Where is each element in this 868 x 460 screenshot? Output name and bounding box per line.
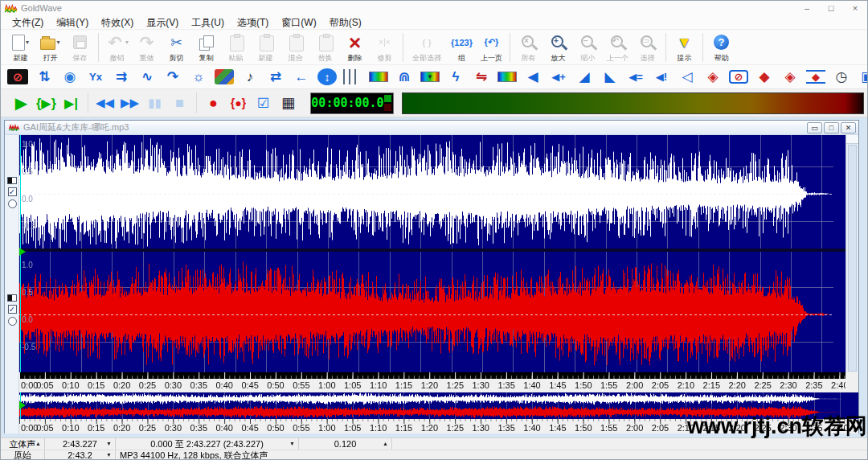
volume-icon[interactable]: ◀+ (549, 68, 568, 87)
stop-button[interactable]: ■ (167, 92, 192, 114)
document-close-button[interactable]: ✕ (841, 122, 856, 133)
undo-dropdown-icon[interactable]: ▾ (125, 39, 129, 46)
monitor-disable-icon[interactable]: ⊘ (7, 69, 28, 84)
parametric-eq-icon[interactable] (497, 72, 517, 82)
help-button[interactable]: ?帮助 (706, 31, 736, 64)
record-selection-button[interactable]: {●} (226, 92, 251, 114)
noise-reduction-icon[interactable]: ▾ (420, 72, 440, 82)
pause-button[interactable]: ▮▮ (142, 92, 167, 114)
overview-marker-icon[interactable] (19, 401, 26, 409)
expander-icon[interactable]: ⇅ (35, 68, 54, 87)
right-channel-checkbox[interactable]: ✓ (8, 305, 17, 314)
left-channel-canvas[interactable] (19, 135, 833, 248)
shape-volume-icon[interactable]: ↕ (317, 68, 337, 85)
right-channel-canvas[interactable] (19, 252, 833, 372)
close-button[interactable]: × (843, 1, 867, 15)
record-device-icon[interactable]: ◈ (780, 68, 800, 87)
previous-page-button[interactable]: {↶}上一页 (477, 31, 506, 64)
vertical-scrollbar[interactable] (845, 135, 858, 372)
play-all-button[interactable]: ▶| (59, 92, 84, 114)
fade-in-icon[interactable]: ◢ (575, 68, 594, 87)
scrollbar-thumb[interactable] (848, 145, 857, 372)
pan-icon[interactable]: ◈ (703, 68, 723, 87)
selection-cell[interactable]: 0.000 至 2:43.227 (2:43.227) ▼ (116, 438, 299, 450)
match-volume-icon[interactable]: ◀= (626, 68, 645, 87)
pitch-icon[interactable]: ♪ (240, 68, 260, 87)
maximize-button[interactable]: □ (819, 1, 843, 15)
menu-item-6[interactable]: 窗口(W) (275, 15, 322, 30)
right-channel-view-icon[interactable] (7, 294, 17, 302)
fast-forward-button[interactable]: ▶▶ (117, 92, 142, 114)
play-button[interactable]: ▶ (9, 92, 34, 114)
delete-button[interactable]: ×删除 (340, 31, 370, 64)
document-restore-button[interactable]: □ (824, 122, 839, 133)
dynamics-icon[interactable]: Υx (86, 68, 105, 87)
menu-item-5[interactable]: 选项(T) (231, 15, 275, 30)
tip-button[interactable]: ▼提示 (669, 31, 699, 64)
timeline-label-1-45: 1:45 (549, 423, 566, 433)
channel-mode-cell[interactable]: 立体声 ▲ (1, 438, 45, 450)
playback-marker-icon[interactable] (19, 248, 26, 256)
shape-volume2-icon[interactable]: ◁ (678, 68, 697, 87)
smoother-icon[interactable]: ⇋ (472, 68, 491, 87)
original-length-cell[interactable]: 2:43.2 ▼ (45, 450, 116, 460)
left-channel-checkbox[interactable]: ✓ (8, 187, 17, 196)
zoom-in-button[interactable]: +放大 (543, 31, 573, 64)
menu-item-3[interactable]: 显示(V) (140, 15, 185, 30)
original-length-dropdown-icon[interactable]: ▼ (106, 452, 112, 458)
record-button[interactable]: ● (201, 92, 226, 114)
doppler-icon[interactable]: ◉ (60, 68, 80, 87)
document-title-bar[interactable]: GAI周延&大库库-哪吒.mp3 ▭ □ ✕ (5, 121, 858, 135)
echo-icon[interactable]: ⇉ (112, 68, 131, 87)
playback-device-icon[interactable]: ◆ (755, 68, 774, 87)
set-button[interactable]: {123}组 (447, 31, 477, 64)
left-channel-waveform[interactable]: 1.00.50.0-0.5 (19, 135, 858, 248)
cut-button[interactable]: ✂剪切 (162, 31, 191, 64)
selection-dropdown-icon[interactable]: ▼ (289, 441, 295, 446)
channel-mixer-icon[interactable]: ◀ (523, 68, 542, 87)
menu-item-1[interactable]: 编辑(Y) (50, 15, 95, 30)
fade-out-icon[interactable]: ◣ (600, 68, 620, 87)
minimize-button[interactable]: – (795, 1, 819, 15)
pop-click-icon[interactable]: ϟ (446, 68, 465, 87)
maximize-volume-icon[interactable]: ◀! (652, 68, 671, 87)
menu-item-2[interactable]: 特效(X) (95, 15, 140, 30)
select-all-label: 全部选择 (412, 53, 441, 64)
new-dropdown-icon[interactable]: ▾ (26, 39, 29, 46)
window-options-icon[interactable]: ◆ (806, 70, 825, 84)
open-dropdown-icon[interactable]: ▾ (56, 39, 59, 46)
fade-icon[interactable] (369, 72, 388, 82)
record-options-button[interactable]: ☑ (251, 92, 276, 114)
channel-mode-arrow-icon[interactable]: ▲ (35, 441, 41, 446)
rewind-button[interactable]: ◀◀ (92, 92, 117, 114)
left-channel-radio[interactable] (8, 199, 17, 208)
invert-icon[interactable]: ↷ (163, 68, 182, 87)
monitor-button[interactable]: ▦ (276, 92, 301, 114)
document-minimize-button[interactable]: ▭ (807, 122, 822, 133)
new-button[interactable]: ▾新建 (6, 31, 35, 64)
equalizer-icon[interactable] (343, 69, 362, 84)
zoom-cell[interactable]: 0.120 ▲ (299, 438, 392, 450)
length-cell[interactable]: 2:43.227 ▼ (45, 438, 116, 450)
length-dropdown-icon[interactable]: ▼ (106, 441, 112, 446)
flanger-icon[interactable]: ∿ (137, 68, 157, 87)
copy-button[interactable]: 复制 (191, 31, 221, 64)
left-channel-view-icon[interactable] (7, 177, 17, 184)
menu-item-0[interactable]: 文件(Z) (6, 15, 50, 30)
menu-item-7[interactable]: 帮助(S) (323, 15, 368, 30)
noise-gate-icon[interactable]: ⋒ (395, 68, 414, 87)
right-channel-waveform[interactable]: 1.00.50.0-0.5 (19, 252, 858, 372)
menu-item-4[interactable]: 工具(U) (185, 15, 231, 30)
silence-icon[interactable]: ← (292, 68, 311, 87)
scrollbar-top-box[interactable] (846, 135, 858, 144)
reverse-icon[interactable]: ⇄ (266, 68, 285, 87)
mechanize-icon[interactable]: ☼ (189, 68, 208, 87)
play-selection-button[interactable]: {▶} (34, 92, 59, 114)
timer-icon[interactable]: ◷ (832, 68, 851, 87)
censor-icon[interactable]: ⊘ (729, 70, 748, 84)
feedback-icon[interactable]: ▣ (858, 68, 868, 87)
offset-icon[interactable] (215, 69, 234, 84)
zoom-arrow-icon[interactable]: ▲ (383, 441, 388, 446)
open-button[interactable]: ▾打开 (35, 31, 65, 64)
right-channel-radio[interactable] (8, 317, 17, 326)
